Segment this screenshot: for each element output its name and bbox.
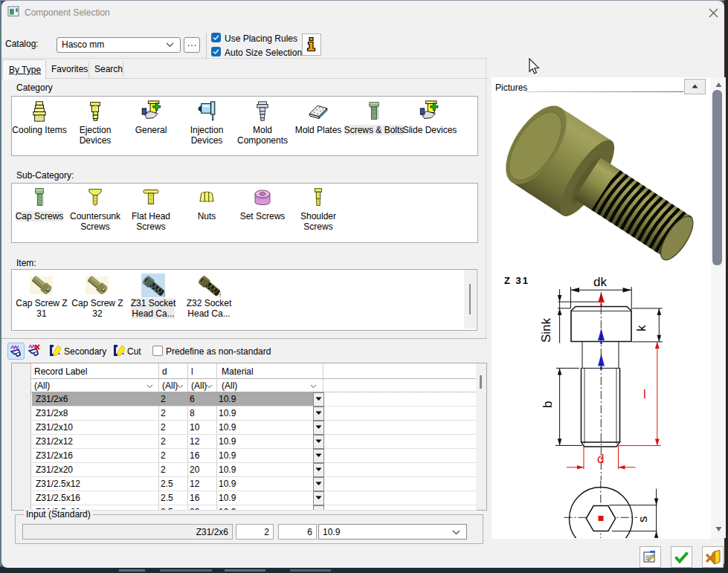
svg-text:Z 31: Z 31 xyxy=(504,275,529,286)
svg-text:d: d xyxy=(597,452,604,466)
svg-text:s: s xyxy=(636,517,650,523)
svg-text:b: b xyxy=(541,401,555,408)
svg-text:Sink: Sink xyxy=(539,317,553,343)
svg-text:dk: dk xyxy=(593,275,607,289)
svg-text:k: k xyxy=(634,325,648,331)
svg-text:l: l xyxy=(643,387,646,401)
